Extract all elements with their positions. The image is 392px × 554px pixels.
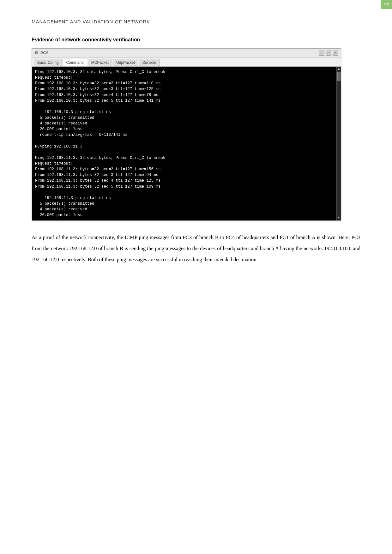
minimize-button[interactable]: — [319, 51, 324, 56]
simulator-tabs: Basic Config Command MCPacket UdpPacket … [32, 57, 341, 67]
pc-icon: 🖥 [34, 51, 39, 56]
scrollbar[interactable]: ▲ ▼ [336, 67, 341, 220]
section-heading: Evidence of network connectivity verific… [32, 37, 360, 43]
body-paragraph: As a proof of the network connectivity, … [32, 232, 360, 265]
console-output: Ping 192.168.10.3: 32 data bytes, Press … [32, 67, 341, 220]
page-header: MANAGEMENT AND VALIDATION OF NETWORK [32, 19, 360, 24]
window-controls: — □ ✕ [319, 51, 338, 56]
tab-command[interactable]: Command [63, 59, 87, 66]
tab-basic-config[interactable]: Basic Config [34, 59, 62, 66]
tab-console[interactable]: Console [139, 59, 160, 66]
titlebar-left: 🖥 PC3 [34, 51, 48, 56]
simulator-titlebar: 🖥 PC3 — □ ✕ [32, 49, 341, 57]
console-area: Ping 192.168.10.3: 32 data bytes, Press … [32, 67, 341, 220]
scrollbar-up-arrow[interactable]: ▲ [337, 67, 341, 70]
page-number-badge: 12 [381, 0, 392, 9]
page: 12 MANAGEMENT AND VALIDATION OF NETWORK … [0, 0, 392, 554]
close-button[interactable]: ✕ [333, 51, 338, 56]
window-title: PC3 [40, 51, 48, 55]
scrollbar-thumb[interactable] [337, 72, 341, 81]
tab-udppacket[interactable]: UdpPacket [113, 59, 138, 66]
tab-mcpacket[interactable]: MCPacket [88, 59, 112, 66]
maximize-button[interactable]: □ [326, 51, 331, 56]
scrollbar-down-arrow[interactable]: ▼ [337, 216, 341, 219]
page-title: MANAGEMENT AND VALIDATION OF NETWORK [32, 19, 150, 24]
simulator-window: 🖥 PC3 — □ ✕ Basic Config Command MCPacke… [32, 48, 341, 221]
